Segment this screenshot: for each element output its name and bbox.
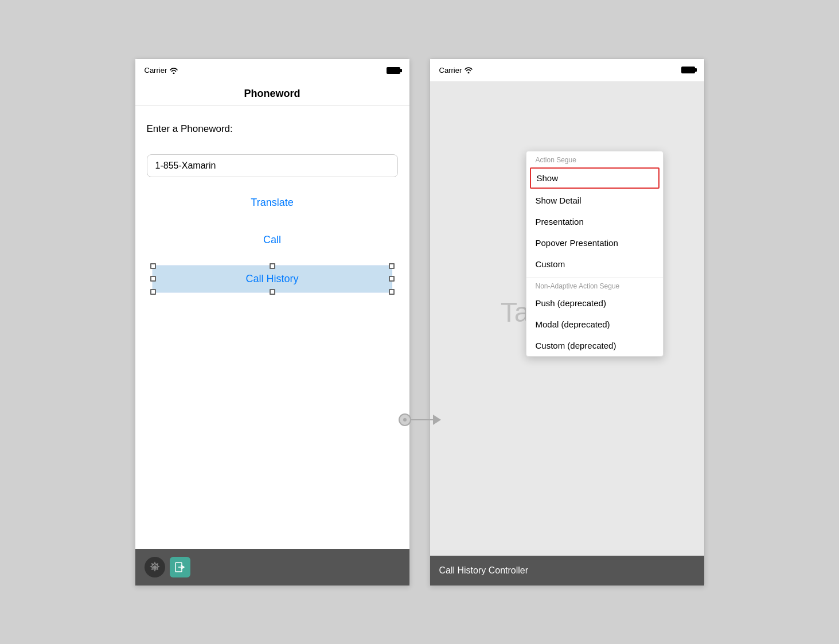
right-battery-icon <box>681 67 695 73</box>
left-bottom-bar <box>135 549 409 586</box>
left-nav-bar: Phoneword <box>135 82 409 106</box>
input-label: Enter a Phoneword: <box>147 123 398 135</box>
table-view-area: Table View Pro Action Segue Show Show De… <box>430 82 704 556</box>
segue-show-detail-item[interactable]: Show Detail <box>526 190 663 211</box>
arrow-plug <box>399 413 411 426</box>
arrow-line <box>411 419 433 420</box>
handle-bl <box>150 289 156 295</box>
non-adaptive-header: Non-Adaptive Action Segue <box>526 277 663 292</box>
action-segue-header: Action Segue <box>526 151 663 166</box>
call-button[interactable]: Call <box>147 228 398 252</box>
left-screen-content: Enter a Phoneword: Translate Call Call H… <box>135 106 409 549</box>
left-iphone: Carrier Phoneword Enter a Phoneword: Tra… <box>135 58 410 586</box>
svg-point-0 <box>153 565 157 569</box>
handle-ml <box>150 276 156 282</box>
action-segue-dropdown: Action Segue Show Show Detail Presentati… <box>526 151 664 357</box>
left-carrier: Carrier <box>145 66 179 75</box>
handle-tl <box>150 263 156 269</box>
call-history-button-wrapper: Call History <box>153 266 392 292</box>
right-carrier-text: Carrier <box>439 66 462 75</box>
right-status-bar: Carrier <box>430 59 704 82</box>
right-bottom-bar: Call History Controller <box>430 556 704 586</box>
plug-dot <box>403 418 407 421</box>
exit-icon-square <box>170 557 190 577</box>
segue-modal-item[interactable]: Modal (deprecated) <box>526 314 663 335</box>
settings-icon-circle <box>145 557 165 577</box>
screens-wrapper: Carrier Phoneword Enter a Phoneword: Tra… <box>135 58 705 586</box>
segue-custom-deprecated-item[interactable]: Custom (deprecated) <box>526 335 663 356</box>
handle-br <box>389 289 395 295</box>
call-history-controller-label: Call History Controller <box>439 565 529 576</box>
segue-push-item[interactable]: Push (deprecated) <box>526 292 663 314</box>
right-wifi-icon <box>464 67 473 73</box>
left-battery-icon <box>387 67 400 74</box>
call-history-button[interactable]: Call History <box>153 266 392 292</box>
segue-show-item[interactable]: Show <box>530 167 660 189</box>
right-carrier: Carrier <box>439 66 474 75</box>
exit-icon <box>174 561 186 573</box>
app-title: Phoneword <box>244 88 301 99</box>
phoneword-input[interactable] <box>147 154 398 177</box>
segue-popover-item[interactable]: Popover Presentation <box>526 232 663 253</box>
handle-tm <box>270 263 275 269</box>
handle-mr <box>389 276 395 282</box>
translate-button[interactable]: Translate <box>147 191 398 214</box>
handle-bm <box>270 289 275 295</box>
arrow-connector <box>399 413 441 426</box>
segue-presentation-item[interactable]: Presentation <box>526 211 663 232</box>
arrow-head <box>433 415 441 425</box>
handle-tr <box>389 263 395 269</box>
left-status-bar: Carrier <box>135 59 409 82</box>
segue-custom-item[interactable]: Custom <box>526 253 663 275</box>
right-iphone: Carrier Table View Pro Action Segue Show <box>430 58 705 586</box>
wifi-icon <box>169 67 178 74</box>
carrier-text: Carrier <box>145 66 167 75</box>
gear-icon <box>149 561 161 573</box>
